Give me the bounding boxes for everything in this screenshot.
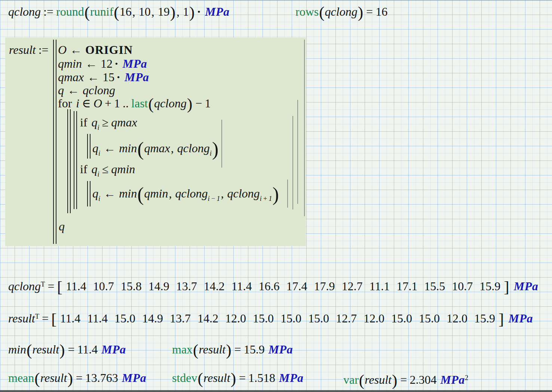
program-region[interactable]: result:= O←ORIGIN qmin←12·MPa qmax←15·MP… [5,37,306,246]
program-bar-outer [53,40,56,244]
eq-result-transpose[interactable]: resultT=[11.411.415.014.913.714.212.015.… [8,308,533,325]
page-edge-bottom [0,390,552,392]
prog-line-if1[interactable]: ifqi≥qmax [80,114,137,131]
prog-line-set2[interactable]: qi←min(qmin,qclongi−1,qclongi+1) [92,185,279,202]
mathcad-worksheet: qclong:=round(runif(16,10,19),1)·MPa row… [0,0,552,392]
program-bar-if1-body [87,134,91,159]
prog-line-return[interactable]: q [59,218,65,235]
eq-qclong-definition[interactable]: qclong:=round(runif(16,10,19),1)·MPa [8,3,230,20]
program-close-bar-for [297,100,298,204]
eq-min-result[interactable]: min(result)=11.4MPa [8,341,126,358]
program-close-bar-if2 [287,180,288,208]
eq-rows-qclong[interactable]: rows(qclong)=16 [295,3,387,20]
program-bar-for-body [67,109,71,213]
program-close-bar-group [292,116,293,209]
prog-line-for[interactable]: fori∈O+1..last(qclong)−1 [58,95,211,111]
program-close-bar-if1 [221,120,222,168]
prog-line-if2[interactable]: ifqi≤qmin [80,161,135,177]
program-close-bar-outer [304,40,305,216]
eq-stdev-result[interactable]: stdev(result)=1.518MPa [172,370,304,386]
page-edge-top [0,0,552,1]
program-bar-if-group [74,111,77,209]
eq-qclong-transpose[interactable]: qclongT=[11.410.715.814.913.714.211.416.… [8,276,538,293]
eq-mean-result[interactable]: mean(result)=13.763MPa [8,370,146,386]
eq-result-assign[interactable]: result:= [9,42,51,58]
eq-var-result[interactable]: var(result)=2.304MPa2 [343,370,468,386]
program-bar-if2-body [87,181,91,206]
prog-line-set1[interactable]: qi←min(qmax,qclongi) [92,140,219,156]
eq-max-result[interactable]: max(result)=15.9MPa [172,341,293,358]
